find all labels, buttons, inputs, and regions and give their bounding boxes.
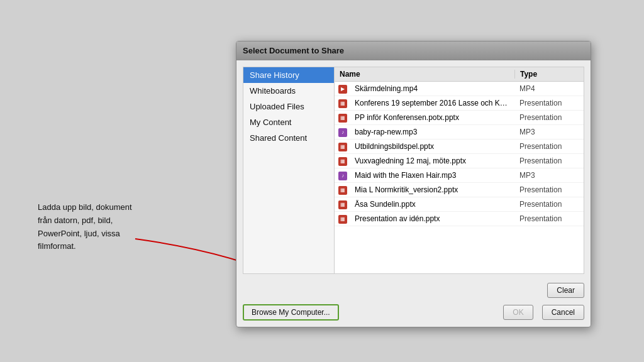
select-document-dialog: Select Document to Share Share History W… bbox=[236, 41, 591, 327]
table-row[interactable]: ▦ Vuxvagledning 12 maj, möte.pptx Presen… bbox=[335, 154, 584, 168]
file-type: Presentation bbox=[514, 113, 584, 122]
table-row[interactable]: ▦ Presentation av idén.pptx Presentation bbox=[335, 212, 584, 226]
dialog-body: Share History Whiteboards Uploaded Files… bbox=[236, 60, 591, 280]
annotation-block: Ladda upp bild, dokument från datorn, pd… bbox=[38, 201, 132, 253]
mp3-icon: ♪ bbox=[338, 170, 351, 180]
table-row[interactable]: ♪ baby-rap-new.mp3 MP3 bbox=[335, 125, 584, 140]
browse-button[interactable]: Browse My Computer... bbox=[243, 304, 339, 321]
table-row[interactable]: ▦ PP inför Konferensen.potx.pptx Present… bbox=[335, 111, 584, 125]
ok-button[interactable]: OK bbox=[503, 305, 533, 320]
table-row[interactable]: ▦ Utbildningsbildspel.pptx Presentation bbox=[335, 140, 584, 154]
sidebar-item-whiteboards[interactable]: Whiteboards bbox=[243, 83, 334, 99]
dialog-footer-top: Clear bbox=[236, 280, 591, 300]
file-type: Presentation bbox=[514, 200, 584, 209]
ppt-icon: ▦ bbox=[338, 112, 351, 123]
footer-right-buttons: OK Cancel bbox=[503, 305, 584, 320]
col-type-header: Type bbox=[514, 70, 584, 79]
file-name: Utbildningsbildspel.pptx bbox=[351, 142, 514, 151]
annotation-line1: Ladda upp bild, dokument bbox=[38, 202, 132, 212]
file-name: Åsa Sundelin.pptx bbox=[351, 200, 514, 209]
file-name: PP inför Konferensen.potx.pptx bbox=[351, 113, 514, 122]
table-row[interactable]: ▶ Skärmdelning.mp4 MP4 bbox=[335, 82, 584, 96]
file-name: Mia L Normkritik_version2.pptx bbox=[351, 185, 514, 194]
sidebar-item-uploaded-files[interactable]: Uploaded Files bbox=[243, 99, 334, 114]
clear-button[interactable]: Clear bbox=[547, 283, 584, 298]
file-name: Vuxvagledning 12 maj, möte.pptx bbox=[351, 156, 514, 165]
file-type: MP3 bbox=[514, 171, 584, 180]
annotation-line4: filmformat. bbox=[38, 241, 76, 251]
sidebar-item-shared-content[interactable]: Shared Content bbox=[243, 130, 334, 146]
ppt-icon: ▦ bbox=[338, 199, 351, 209]
cancel-button[interactable]: Cancel bbox=[542, 305, 584, 320]
file-type: Presentation bbox=[514, 142, 584, 151]
mp3-icon: ♪ bbox=[338, 127, 351, 137]
sidebar-item-share-history[interactable]: Share History bbox=[243, 67, 334, 83]
file-type: MP4 bbox=[514, 84, 584, 93]
col-name-header: Name bbox=[335, 70, 514, 79]
ppt-icon: ▦ bbox=[338, 214, 351, 224]
file-list-scroll[interactable]: ▶ Skärmdelning.mp4 MP4 ▦ Konferens 19 se… bbox=[335, 82, 584, 273]
file-type: Presentation bbox=[514, 185, 584, 194]
sidebar: Share History Whiteboards Uploaded Files… bbox=[243, 67, 334, 274]
file-name: Konferens 19 september 2016 Lasse och Ka… bbox=[351, 99, 514, 107]
sidebar-item-my-content[interactable]: My Content bbox=[243, 114, 334, 130]
file-name: Skärmdelning.mp4 bbox=[351, 84, 514, 93]
ppt-icon: ▦ bbox=[338, 156, 351, 166]
table-row[interactable]: ♪ Maid with the Flaxen Hair.mp3 MP3 bbox=[335, 168, 584, 183]
file-type: MP3 bbox=[514, 128, 584, 136]
annotation-line3: PowerPoint, ljud, vissa bbox=[38, 229, 120, 238]
file-name: Maid with the Flaxen Hair.mp3 bbox=[351, 171, 514, 180]
file-type: Presentation bbox=[514, 156, 584, 165]
file-name: baby-rap-new.mp3 bbox=[351, 128, 514, 136]
dialog-title: Select Document to Share bbox=[243, 46, 344, 55]
file-list-area: Name Type ▶ Skärmdelning.mp4 MP4 ▦ Konfe… bbox=[334, 67, 584, 274]
dialog-footer-bottom: Browse My Computer... OK Cancel bbox=[236, 300, 591, 327]
ppt-icon: ▦ bbox=[338, 98, 351, 108]
file-type: Presentation bbox=[514, 99, 584, 107]
table-row[interactable]: ▦ Mia L Normkritik_version2.pptx Present… bbox=[335, 183, 584, 197]
ppt-icon: ▦ bbox=[338, 185, 351, 195]
mp4-icon: ▶ bbox=[338, 84, 351, 94]
dialog-titlebar: Select Document to Share bbox=[236, 41, 591, 60]
table-row[interactable]: ▦ Konferens 19 september 2016 Lasse och … bbox=[335, 96, 584, 111]
ppt-icon: ▦ bbox=[338, 141, 351, 151]
file-name: Presentation av idén.pptx bbox=[351, 214, 514, 223]
file-list-header: Name Type bbox=[335, 67, 584, 82]
annotation-line2: från datorn, pdf, bild, bbox=[38, 216, 113, 225]
file-type: Presentation bbox=[514, 214, 584, 223]
table-row[interactable]: ▦ Åsa Sundelin.pptx Presentation bbox=[335, 197, 584, 212]
